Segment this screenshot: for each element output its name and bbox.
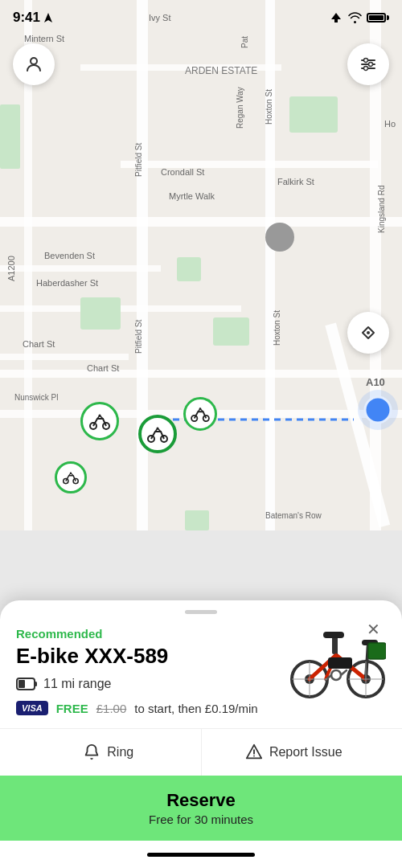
svg-text:A1200: A1200: [6, 256, 16, 281]
svg-text:Bateman's Row: Bateman's Row: [265, 511, 322, 520]
svg-point-65: [367, 331, 370, 334]
svg-rect-19: [185, 510, 209, 530]
svg-rect-8: [0, 265, 161, 272]
svg-rect-5: [0, 217, 402, 227]
svg-rect-16: [289, 96, 338, 133]
svg-point-64: [70, 472, 72, 473]
status-icons: [329, 12, 389, 23]
svg-text:ARDEN ESTATE: ARDEN ESTATE: [185, 65, 257, 76]
sheet-content: Recommended E-bike XXX-589 11 mi range V…: [16, 627, 386, 728]
svg-point-99: [253, 755, 255, 757]
svg-rect-86: [323, 632, 344, 638]
home-bar: [147, 853, 255, 857]
svg-text:Hoxton St: Hoxton St: [265, 89, 273, 125]
close-button[interactable]: ✕: [360, 616, 386, 642]
map[interactable]: Ivy St ARDEN ESTATE Crondall St Myrtle W…: [0, 0, 402, 530]
svg-point-61: [199, 407, 202, 410]
svg-rect-18: [0, 104, 20, 169]
svg-rect-75: [35, 682, 37, 686]
battery-small-icon: [16, 677, 37, 691]
svg-text:Kingsland Rd: Kingsland Rd: [377, 186, 386, 233]
sheet-info: Recommended E-bike XXX-589 11 mi range V…: [16, 627, 272, 728]
bike-name: E-bike XXX-589: [16, 644, 272, 669]
svg-text:Falkirk St: Falkirk St: [277, 177, 314, 186]
price-suffix: to start, then £0.19/min: [134, 702, 257, 715]
visa-badge: VISA: [16, 701, 48, 715]
locate-icon: [359, 323, 378, 342]
svg-text:Chart St: Chart St: [23, 339, 55, 349]
svg-point-91: [331, 670, 341, 680]
svg-text:Ho: Ho: [384, 119, 396, 129]
svg-text:Myrtle Walk: Myrtle Walk: [169, 191, 215, 201]
svg-text:Bevenden St: Bevenden St: [44, 251, 95, 260]
ring-label: Ring: [107, 745, 133, 760]
bike-icon-selected: [147, 425, 168, 443]
battery-icon: [367, 13, 389, 23]
locate-button[interactable]: [347, 312, 389, 354]
svg-text:Haberdasher St: Haberdasher St: [36, 278, 98, 288]
range-text: 11 mi range: [43, 677, 112, 691]
filter-button[interactable]: [347, 43, 389, 85]
svg-rect-89: [368, 643, 386, 659]
status-bar: 9:41: [0, 0, 402, 35]
price-strike: £1.00: [96, 702, 127, 715]
svg-text:Nunswick Pl: Nunswick Pl: [14, 393, 58, 402]
filter-icon: [359, 55, 378, 74]
bike-icon-3: [191, 406, 210, 422]
svg-point-43: [265, 223, 294, 252]
svg-point-45: [358, 390, 398, 430]
location-arrow-icon: [43, 12, 53, 23]
action-buttons: Ring Report Issue: [0, 728, 402, 776]
bike-icon: [89, 412, 110, 430]
price-free: FREE: [56, 702, 88, 715]
wifi-icon: [348, 12, 362, 23]
report-button[interactable]: Report Issue: [202, 729, 387, 776]
ring-icon: [83, 743, 100, 761]
svg-point-50: [364, 59, 368, 63]
sheet-handle: [185, 610, 217, 614]
svg-point-55: [99, 415, 101, 417]
status-time: 9:41: [13, 10, 53, 26]
svg-point-46: [31, 58, 37, 64]
reserve-subtitle: Free for 30 minutes: [16, 813, 386, 826]
reserve-button[interactable]: Reserve Free for 30 minutes: [0, 776, 402, 841]
svg-rect-11: [121, 161, 378, 168]
bike-marker-4[interactable]: [55, 461, 87, 493]
profile-button[interactable]: [13, 43, 55, 85]
svg-rect-9: [0, 354, 129, 360]
svg-text:Hoxton St: Hoxton St: [273, 310, 281, 346]
svg-rect-76: [18, 680, 25, 688]
price-row: VISA FREE £1.00 to start, then £0.19/min: [16, 701, 272, 715]
bike-marker-1[interactable]: [80, 402, 119, 440]
svg-line-93: [341, 670, 347, 675]
bottom-sheet: ✕ Recommended E-bike XXX-589 11 mi range…: [0, 600, 402, 868]
bike-icon-4: [63, 470, 79, 485]
report-label: Report Issue: [269, 745, 343, 760]
recommended-label: Recommended: [16, 627, 272, 641]
airplane-icon: [329, 12, 343, 23]
report-icon: [245, 743, 263, 761]
svg-rect-17: [177, 257, 201, 281]
bike-range-row: 11 mi range: [16, 677, 272, 691]
svg-point-51: [369, 63, 373, 67]
svg-text:Pitfield St: Pitfield St: [134, 320, 143, 354]
svg-rect-90: [328, 657, 352, 669]
ring-button[interactable]: Ring: [16, 729, 202, 776]
svg-rect-2: [265, 0, 275, 530]
svg-rect-15: [213, 317, 249, 346]
person-icon: [24, 55, 43, 74]
bike-marker-2[interactable]: [138, 415, 177, 453]
svg-text:Chart St: Chart St: [87, 363, 119, 373]
time-display: 9:41: [13, 10, 40, 26]
svg-text:Regan Way: Regan Way: [236, 87, 244, 129]
svg-text:Crondall St: Crondall St: [161, 167, 204, 177]
svg-rect-14: [80, 297, 121, 330]
svg-text:A10: A10: [366, 376, 385, 388]
svg-point-52: [364, 67, 368, 71]
svg-text:Pat: Pat: [240, 36, 249, 48]
home-indicator: [16, 841, 386, 868]
reserve-title: Reserve: [16, 790, 386, 811]
svg-text:Pitfield St: Pitfield St: [134, 143, 143, 177]
bike-marker-3[interactable]: [183, 397, 217, 431]
svg-point-58: [157, 428, 159, 430]
